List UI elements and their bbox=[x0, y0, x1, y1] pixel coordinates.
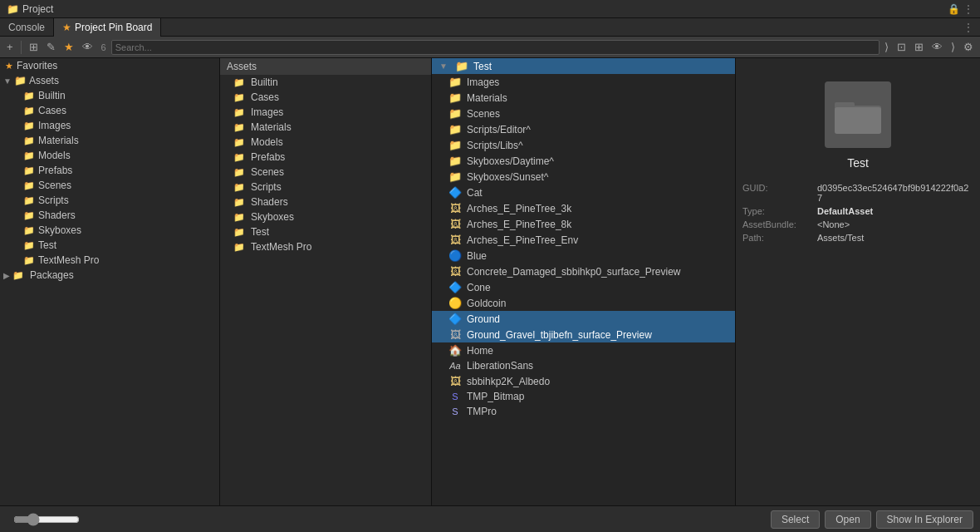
file-item-arches-3k[interactable]: 🖼 Arches_E_PineTree_3k bbox=[432, 200, 735, 216]
file-item-scenes[interactable]: 📁 Scenes bbox=[432, 106, 735, 121]
middle-prefabs[interactable]: 📁 Prefabs bbox=[220, 150, 431, 165]
inspector-type-value: DefaultAsset bbox=[817, 206, 873, 216]
select-button[interactable]: Select bbox=[771, 510, 820, 529]
middle-test[interactable]: 📁 Test bbox=[220, 224, 431, 239]
more-icon[interactable]: ⋮ bbox=[963, 3, 973, 15]
prefab-icon-goldcoin: 🟡 bbox=[448, 297, 462, 309]
inspector-guid-row: GUID: d0395ec33ec524647bf9b914222f0a27 bbox=[742, 183, 973, 203]
file-item-goldcoin[interactable]: 🟡 Goldcoin bbox=[432, 295, 735, 311]
middle-images[interactable]: 📁 Images bbox=[220, 105, 431, 120]
inspector-type-row: Type: DefaultAsset bbox=[742, 206, 973, 216]
folder-icon-m-prefabs: 📁 bbox=[233, 152, 245, 163]
label-file-tmpro: TMPro bbox=[467, 406, 497, 417]
file-item-concrete[interactable]: 🖼 Concrete_Damaged_sbbihkp0_surface_Prev… bbox=[432, 264, 735, 279]
file-item-ground-gravel[interactable]: 🖼 Ground_Gravel_tbjibefn_surface_Preview bbox=[432, 327, 735, 342]
create-button[interactable]: + bbox=[3, 40, 17, 54]
inspector-path-value: Assets/Test bbox=[817, 233, 864, 243]
middle-skyboxes[interactable]: 📁 Skyboxes bbox=[220, 209, 431, 224]
label-file-cat: Cat bbox=[467, 187, 483, 199]
middle-scenes[interactable]: 📁 Scenes bbox=[220, 165, 431, 180]
file-item-blue[interactable]: 🔵 Blue bbox=[432, 248, 735, 264]
file-item-tmpro[interactable]: S TMPro bbox=[432, 404, 735, 419]
label-file-sbbihkp: sbbihkp2K_Albedo bbox=[467, 376, 550, 387]
lock-icon[interactable]: 🔒 bbox=[948, 3, 960, 15]
middle-builtin[interactable]: 📁 Builtin bbox=[220, 75, 431, 90]
tree-item-packages[interactable]: ▶ 📁 Packages bbox=[0, 268, 219, 283]
label-file-concrete: Concrete_Damaged_sbbihkp0_surface_Previe… bbox=[467, 266, 680, 278]
inspector-title: Test bbox=[847, 156, 869, 170]
middle-materials[interactable]: 📁 Materials bbox=[220, 120, 431, 135]
toolbar-eye2-btn[interactable]: 👁 bbox=[929, 40, 946, 54]
inspector-assetbundle-value: <None> bbox=[817, 219, 850, 229]
tree-item-materials[interactable]: 📁 Materials bbox=[0, 133, 219, 148]
toolbar-layout2-btn[interactable]: ⊞ bbox=[911, 40, 927, 54]
tree-item-prefabs[interactable]: 📁 Prefabs bbox=[0, 163, 219, 178]
search-input[interactable] bbox=[111, 40, 880, 55]
middle-textmesh[interactable]: 📁 TextMesh Pro bbox=[220, 239, 431, 254]
tree-item-models[interactable]: 📁 Models bbox=[0, 148, 219, 163]
file-item-arches-env[interactable]: 🖼 Arches_E_PineTree_Env bbox=[432, 232, 735, 248]
toolbar-eye-btn[interactable]: 👁 bbox=[79, 40, 96, 54]
texture-icon-sbbihkp: 🖼 bbox=[448, 375, 462, 387]
file-item-cone[interactable]: 🔷 Cone bbox=[432, 279, 735, 295]
tree-item-scripts[interactable]: 📁 Scripts bbox=[0, 193, 219, 208]
inspector-assetbundle-row: AssetBundle: <None> bbox=[742, 219, 973, 229]
arrow-down-icon: ▼ bbox=[437, 62, 450, 71]
label-file-materials: Materials bbox=[467, 92, 507, 104]
main-layout: ★ Favorites ▼ 📁 Assets 📁 Builtin 📁 Cases… bbox=[0, 58, 980, 505]
tree-item-test-left[interactable]: 📁 Test bbox=[0, 238, 219, 253]
favorites-header[interactable]: ★ Favorites bbox=[0, 58, 219, 73]
label-m-prefabs: Prefabs bbox=[251, 151, 285, 163]
toolbar-right-btn[interactable]: ⟩ bbox=[948, 40, 958, 54]
middle-cases[interactable]: 📁 Cases bbox=[220, 90, 431, 105]
tab-bar-more[interactable]: ⋮ bbox=[957, 22, 980, 33]
file-item-skyboxes-sunset[interactable]: 📁 Skyboxes/Sunset^ bbox=[432, 169, 735, 185]
tree-item-scenes[interactable]: 📁 Scenes bbox=[0, 178, 219, 193]
middle-scripts[interactable]: 📁 Scripts bbox=[220, 180, 431, 195]
tree-label-builtin: Builtin bbox=[38, 90, 66, 101]
file-item-skyboxes-daytime[interactable]: 📁 Skyboxes/Daytime^ bbox=[432, 153, 735, 169]
folder-icon-m-materials: 📁 bbox=[233, 122, 245, 133]
tree-item-cases[interactable]: 📁 Cases bbox=[0, 103, 219, 118]
file-item-ground[interactable]: 🔷 Ground bbox=[432, 311, 735, 327]
folder-icon-cases: 📁 bbox=[23, 106, 35, 116]
toolbar-layout-btn[interactable]: ⊡ bbox=[894, 40, 909, 54]
file-item-materials[interactable]: 📁 Materials bbox=[432, 90, 735, 106]
inspector-assetbundle-label: AssetBundle: bbox=[742, 219, 817, 229]
tab-console[interactable]: Console bbox=[0, 18, 54, 37]
file-item-scripts-editor[interactable]: 📁 Scripts/Editor^ bbox=[432, 121, 735, 137]
file-item-home[interactable]: 🏠 Home bbox=[432, 342, 735, 358]
zoom-slider[interactable] bbox=[13, 513, 80, 526]
tree-item-builtin[interactable]: 📁 Builtin bbox=[0, 88, 219, 103]
toolbar-grid-btn[interactable]: ⊞ bbox=[26, 40, 42, 54]
tree-item-shaders[interactable]: 📁 Shaders bbox=[0, 208, 219, 223]
tree-item-skyboxes[interactable]: 📁 Skyboxes bbox=[0, 223, 219, 238]
file-item-test-header[interactable]: ▼ 📁 Test bbox=[432, 58, 735, 74]
label-m-models: Models bbox=[251, 136, 283, 148]
middle-shaders[interactable]: 📁 Shaders bbox=[220, 195, 431, 209]
file-item-scripts-libs[interactable]: 📁 Scripts/Libs^ bbox=[432, 137, 735, 153]
file-item-sbbihkp[interactable]: 🖼 sbbihkp2K_Albedo bbox=[432, 373, 735, 389]
file-item-arches-8k[interactable]: 🖼 Arches_E_PineTree_8k bbox=[432, 216, 735, 232]
inspector-guid-value: d0395ec33ec524647bf9b914222f0a27 bbox=[817, 183, 973, 203]
open-button[interactable]: Open bbox=[825, 510, 870, 529]
file-item-tmp-bitmap[interactable]: S TMP_Bitmap bbox=[432, 389, 735, 404]
tree-item-images[interactable]: 📁 Images bbox=[0, 118, 219, 133]
toolbar-star-btn[interactable]: ★ bbox=[61, 40, 77, 54]
toolbar-settings-btn[interactable]: ⚙ bbox=[960, 40, 977, 54]
folder-icon-m-builtin: 📁 bbox=[233, 77, 245, 88]
tree-label-materials: Materials bbox=[38, 135, 79, 146]
middle-models[interactable]: 📁 Models bbox=[220, 135, 431, 150]
tab-project-pin-board[interactable]: ★ Project Pin Board bbox=[54, 18, 161, 37]
toolbar-edit-btn[interactable]: ✎ bbox=[43, 40, 59, 54]
file-item-images[interactable]: 📁 Images bbox=[432, 74, 735, 90]
show-explorer-button[interactable]: Show In Explorer bbox=[876, 510, 973, 529]
file-item-cat[interactable]: 🔷 Cat bbox=[432, 185, 735, 200]
label-file-goldcoin: Goldcoin bbox=[467, 298, 506, 309]
inspector-path-row: Path: Assets/Test bbox=[742, 233, 973, 243]
assets-section-header[interactable]: ▼ 📁 Assets bbox=[0, 73, 219, 88]
middle-panel: Assets 📁 Builtin 📁 Cases 📁 Images 📁 Mate… bbox=[220, 58, 432, 505]
tree-item-textmesh-pro[interactable]: 📁 TextMesh Pro bbox=[0, 253, 219, 268]
toolbar-arrow-right-btn[interactable]: ⟩ bbox=[881, 40, 892, 54]
file-item-liberation[interactable]: Aa LiberationSans bbox=[432, 358, 735, 373]
